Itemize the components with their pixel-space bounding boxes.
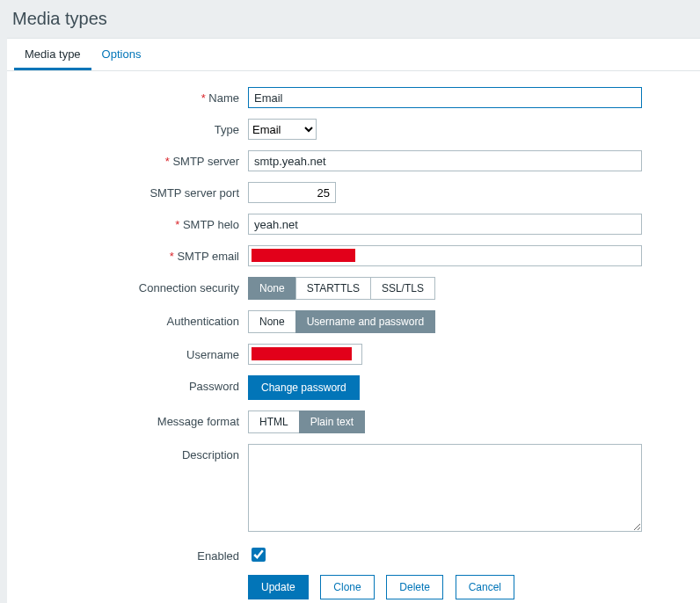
page-title: Media types: [12, 9, 688, 29]
label-smtp-email: SMTP email: [33, 245, 248, 263]
label-name: Name: [33, 87, 248, 105]
auth-none[interactable]: None: [248, 310, 296, 333]
conn-sec-starttls[interactable]: STARTTLS: [295, 277, 371, 300]
name-input[interactable]: [248, 87, 642, 108]
label-authentication: Authentication: [33, 310, 248, 328]
message-format-group: HTML Plain text: [248, 410, 365, 433]
msg-format-html[interactable]: HTML: [248, 410, 300, 433]
label-smtp-helo: SMTP helo: [33, 214, 248, 231]
label-smtp-server: SMTP server: [33, 150, 248, 168]
label-username: Username: [33, 344, 248, 361]
label-password: Password: [33, 375, 248, 393]
update-button[interactable]: Update: [248, 575, 309, 599]
conn-sec-ssltls[interactable]: SSL/TLS: [370, 277, 435, 300]
conn-security-group: None STARTTLS SSL/TLS: [248, 277, 435, 300]
description-textarea[interactable]: [248, 444, 642, 532]
smtp-server-input[interactable]: [248, 150, 642, 171]
tab-options[interactable]: Options: [91, 39, 152, 70]
label-conn-security: Connection security: [33, 277, 248, 294]
change-password-button[interactable]: Change password: [248, 375, 360, 400]
label-message-format: Message format: [33, 410, 248, 428]
authentication-group: None Username and password: [248, 310, 435, 333]
auth-userpass[interactable]: Username and password: [295, 310, 435, 333]
clone-button[interactable]: Clone: [320, 575, 374, 599]
cancel-button[interactable]: Cancel: [456, 575, 514, 599]
tab-media-type[interactable]: Media type: [14, 39, 91, 70]
msg-format-plain[interactable]: Plain text: [299, 410, 365, 433]
conn-sec-none[interactable]: None: [248, 277, 296, 300]
delete-button[interactable]: Delete: [386, 575, 443, 599]
redacted-overlay: [252, 249, 355, 262]
label-description: Description: [33, 444, 248, 461]
enabled-checkbox[interactable]: [252, 548, 266, 562]
smtp-helo-input[interactable]: [248, 214, 642, 235]
label-enabled: Enabled: [33, 545, 248, 563]
smtp-port-input[interactable]: [248, 182, 336, 203]
tabs: Media type Options: [7, 39, 700, 71]
form-panel: Media type Options Name Type Email SMTP …: [7, 38, 700, 603]
redacted-overlay: [252, 347, 352, 360]
label-smtp-port: SMTP server port: [33, 182, 248, 200]
type-select[interactable]: Email: [248, 119, 317, 140]
label-type: Type: [33, 119, 248, 136]
